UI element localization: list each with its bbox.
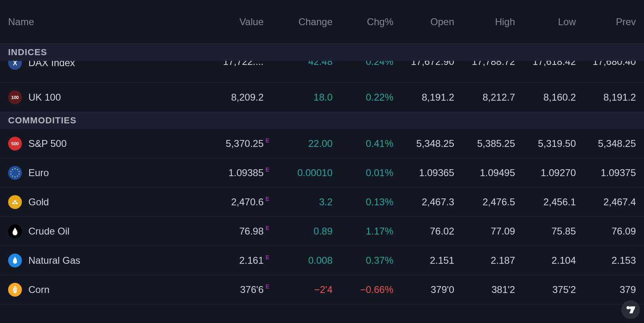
oil-icon [8, 224, 22, 238]
uk100-icon: 100 [8, 90, 22, 104]
svg-text:100: 100 [11, 95, 19, 100]
column-header-open[interactable]: Open [393, 16, 454, 28]
prev-cell: 8,191.2 [576, 92, 636, 103]
column-header-prev[interactable]: Prev [576, 16, 636, 28]
open-cell: 1.09365 [393, 167, 454, 179]
low-cell: 17,618.42 [515, 61, 576, 67]
high-cell: 2.187 [454, 255, 515, 266]
svg-point-25 [14, 287, 15, 288]
change-cell: 3.2 [264, 196, 333, 208]
brand-logo-icon[interactable] [621, 300, 640, 319]
open-cell: 8,191.2 [393, 92, 454, 103]
table-row[interactable]: Natural Gas2.161E0.0080.37%2.1512.1872.1… [0, 246, 644, 275]
market-status-badge: E [266, 254, 269, 261]
change-cell: 0.008 [264, 255, 333, 266]
chg-pct-cell: 1.17% [333, 226, 393, 237]
chg-pct-cell: 0.41% [333, 138, 393, 149]
corn-icon [8, 283, 22, 297]
table-row[interactable]: Euro1.09385E0.000100.01%1.093651.094951.… [0, 158, 644, 187]
value-cell: 76.98E [195, 226, 264, 237]
table-row[interactable]: 100UK 1008,209.218.00.22%8,191.28,212.78… [0, 83, 644, 112]
high-cell: 8,212.7 [454, 92, 515, 103]
symbol-name: Corn [28, 284, 49, 295]
change-cell: 0.00010 [264, 167, 333, 179]
symbol-name: Crude Oil [28, 226, 69, 237]
symbol-cell[interactable]: XDAX Index [8, 61, 195, 70]
svg-point-7 [15, 168, 16, 169]
table-row[interactable]: Crude Oil76.98E0.891.17%76.0277.0975.857… [0, 217, 644, 246]
low-cell: 5,319.50 [515, 138, 576, 149]
column-header-low[interactable]: Low [515, 16, 576, 28]
symbol-cell[interactable]: Natural Gas [8, 254, 195, 267]
prev-cell: 2,467.4 [576, 196, 636, 208]
svg-point-12 [15, 176, 16, 177]
market-status-badge: E [266, 225, 269, 231]
svg-rect-19 [15, 202, 18, 204]
low-cell: 75.85 [515, 226, 576, 237]
column-header-value[interactable]: Value [195, 16, 264, 28]
svg-point-11 [17, 175, 18, 177]
svg-point-9 [19, 171, 20, 172]
section-header[interactable]: COMMODITIES [0, 112, 644, 129]
symbol-name: Natural Gas [28, 255, 80, 266]
high-cell: 381'2 [454, 284, 515, 295]
market-status-badge: E [266, 137, 269, 144]
value-cell: 5,370.25E [195, 138, 264, 149]
column-header-high[interactable]: High [454, 16, 515, 28]
value-cell: 8,209.2 [195, 92, 264, 103]
section-header[interactable]: INDICES [0, 44, 644, 61]
svg-point-26 [15, 287, 16, 288]
prev-cell: 17,680.40 [576, 61, 636, 67]
table-row[interactable]: 500S&P 5005,370.25E22.000.41%5,348.255,3… [0, 129, 644, 158]
low-cell: 8,160.2 [515, 92, 576, 103]
open-cell: 5,348.25 [393, 138, 454, 149]
table-row[interactable]: Corn376'6E−2'4−0.66%379'0381'2375'2379 [0, 275, 644, 304]
change-cell: −2'4 [264, 284, 333, 295]
symbol-cell[interactable]: Gold [8, 195, 195, 209]
chg-pct-cell: 0.37% [333, 255, 393, 266]
svg-point-13 [12, 175, 13, 177]
prev-cell: 5,348.25 [576, 138, 636, 149]
gas-icon [8, 254, 22, 267]
chg-pct-cell: −0.66% [333, 284, 393, 295]
high-cell: 1.09495 [454, 167, 515, 179]
low-cell: 1.09270 [515, 167, 576, 179]
value-cell: 2.161E [195, 255, 264, 266]
symbol-name: S&P 500 [28, 138, 67, 149]
gold-icon [8, 195, 22, 209]
low-cell: 375'2 [515, 284, 576, 295]
column-header-chg-pct[interactable]: Chg% [333, 16, 393, 28]
svg-point-24 [13, 286, 17, 293]
symbol-name: Gold [28, 196, 49, 208]
prev-cell: 1.09375 [576, 167, 636, 179]
symbol-cell[interactable]: Corn [8, 283, 195, 297]
prev-cell: 76.09 [576, 226, 636, 237]
svg-point-29 [14, 290, 15, 291]
open-cell: 2,467.3 [393, 196, 454, 208]
change-cell: 0.89 [264, 226, 333, 237]
value-cell: 2,470.6E [195, 196, 264, 208]
svg-point-28 [15, 289, 16, 289]
market-status-badge: E [266, 196, 269, 202]
table-row[interactable]: XDAX Index17,722....E42.480.24%17,672.90… [0, 61, 644, 83]
svg-point-27 [14, 289, 15, 289]
market-status-badge: E [266, 283, 269, 290]
column-header-change[interactable]: Change [264, 16, 333, 28]
symbol-cell[interactable]: Euro [8, 166, 195, 180]
symbol-cell[interactable]: 500S&P 500 [8, 137, 195, 151]
symbol-name: Euro [28, 167, 49, 179]
euro-icon [8, 166, 22, 180]
symbol-name: DAX Index [28, 61, 75, 69]
symbol-cell[interactable]: 100UK 100 [8, 90, 195, 104]
table-header: Name Value Change Chg% Open High Low Pre… [0, 0, 644, 44]
open-cell: 17,672.90 [393, 61, 454, 67]
open-cell: 2.151 [393, 255, 454, 266]
symbol-cell[interactable]: Crude Oil [8, 224, 195, 238]
high-cell: 5,385.25 [454, 138, 515, 149]
high-cell: 77.09 [454, 226, 515, 237]
table-row[interactable]: Gold2,470.6E3.20.13%2,467.32,476.52,456.… [0, 187, 644, 217]
change-cell: 18.0 [264, 92, 333, 103]
column-header-name[interactable]: Name [8, 16, 195, 28]
low-cell: 2,456.1 [515, 196, 576, 208]
change-cell: 42.48 [264, 61, 333, 67]
